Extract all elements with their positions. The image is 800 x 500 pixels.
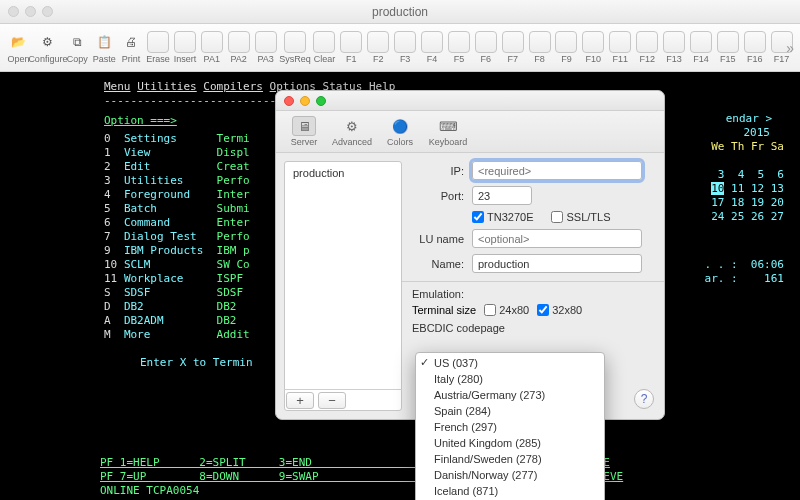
remove-session-button[interactable]: − bbox=[318, 392, 346, 409]
toolbar-pa2-button[interactable]: PA2 bbox=[226, 31, 251, 64]
paste-icon: 📋 bbox=[93, 31, 115, 53]
toolbar-f4-button[interactable]: F4 bbox=[420, 31, 445, 64]
toolbar-label: F1 bbox=[346, 54, 357, 64]
port-input[interactable] bbox=[472, 186, 532, 205]
dialog-minimize-icon[interactable] bbox=[300, 96, 310, 106]
toolbar-label: F16 bbox=[747, 54, 763, 64]
dialog-close-icon[interactable] bbox=[284, 96, 294, 106]
toolbar-f2-button[interactable]: F2 bbox=[366, 31, 391, 64]
toolbar-open-button[interactable]: 📂Open bbox=[6, 31, 31, 64]
toolbar-label: F9 bbox=[561, 54, 572, 64]
add-session-button[interactable]: + bbox=[286, 392, 314, 409]
calendar-fragment: endar > bbox=[726, 112, 772, 126]
toolbar-label: Clear bbox=[314, 54, 336, 64]
dialog-titlebar[interactable] bbox=[276, 91, 664, 111]
toolbar-overflow-icon[interactable]: » bbox=[786, 40, 794, 56]
toolbar-label: PA1 bbox=[204, 54, 220, 64]
option-prompt-label: Option ===> bbox=[104, 114, 177, 127]
toolbar-pa3-button[interactable]: PA3 bbox=[253, 31, 278, 64]
toolbar-label: PA2 bbox=[231, 54, 247, 64]
f6-icon bbox=[475, 31, 497, 53]
session-list[interactable]: production + − bbox=[284, 161, 402, 411]
help-button[interactable]: ? bbox=[634, 389, 654, 409]
codepage-option[interactable]: US (037) bbox=[416, 355, 604, 371]
toolbar-f12-button[interactable]: F12 bbox=[635, 31, 660, 64]
ip-input[interactable] bbox=[472, 161, 642, 180]
menu-utilities[interactable]: Utilities bbox=[137, 80, 197, 93]
toolbar-f11-button[interactable]: F11 bbox=[608, 31, 633, 64]
toolbar-f6-button[interactable]: F6 bbox=[473, 31, 498, 64]
main-toolbar: 📂Open⚙Configure⧉Copy📋Paste🖨PrintEraseIns… bbox=[0, 24, 800, 72]
advanced-tab-icon: ⚙ bbox=[340, 116, 364, 136]
session-list-item[interactable]: production bbox=[285, 162, 401, 184]
menu-compilers[interactable]: Compilers bbox=[203, 80, 263, 93]
codepage-dropdown[interactable]: US (037)Italy (280)Austria/Germany (273)… bbox=[415, 352, 605, 500]
toolbar-f5-button[interactable]: F5 bbox=[446, 31, 471, 64]
f11-icon bbox=[609, 31, 631, 53]
toolbar-f15-button[interactable]: F15 bbox=[715, 31, 740, 64]
window-titlebar: production bbox=[0, 0, 800, 24]
tab-server[interactable]: 🖥Server bbox=[282, 116, 326, 147]
lu-input[interactable] bbox=[472, 229, 642, 248]
window-controls[interactable] bbox=[8, 6, 53, 17]
toolbar-insert-button[interactable]: Insert bbox=[172, 31, 197, 64]
toolbar-f9-button[interactable]: F9 bbox=[554, 31, 579, 64]
toolbar-sysreq-button[interactable]: SysReq bbox=[280, 31, 310, 64]
toolbar-f7-button[interactable]: F7 bbox=[500, 31, 525, 64]
toolbar-label: F12 bbox=[639, 54, 655, 64]
toolbar-copy-button[interactable]: ⧉Copy bbox=[65, 31, 90, 64]
toolbar-clear-button[interactable]: Clear bbox=[312, 31, 337, 64]
size-32x80-checkbox[interactable]: 32x80 bbox=[537, 304, 582, 316]
codepage-option[interactable]: Finland/Sweden (278) bbox=[416, 451, 604, 467]
close-window-icon[interactable] bbox=[8, 6, 19, 17]
tab-colors[interactable]: 🔵Colors bbox=[378, 116, 422, 147]
codepage-option[interactable]: French (297) bbox=[416, 419, 604, 435]
toolbar-f1-button[interactable]: F1 bbox=[339, 31, 364, 64]
codepage-option[interactable]: Danish/Norway (277) bbox=[416, 467, 604, 483]
status-ar: ar. : 161 bbox=[678, 258, 784, 300]
name-label: Name: bbox=[412, 258, 464, 270]
server-tab-icon: 🖥 bbox=[292, 116, 316, 136]
codepage-option[interactable]: Italy (280) bbox=[416, 371, 604, 387]
toolbar-print-button[interactable]: 🖨Print bbox=[119, 31, 144, 64]
toolbar-f16-button[interactable]: F16 bbox=[742, 31, 767, 64]
tab-advanced[interactable]: ⚙Advanced bbox=[330, 116, 374, 147]
toolbar-f3-button[interactable]: F3 bbox=[393, 31, 418, 64]
f14-icon bbox=[690, 31, 712, 53]
open-icon: 📂 bbox=[7, 31, 29, 53]
toolbar-erase-button[interactable]: Erase bbox=[146, 31, 171, 64]
codepage-option[interactable]: Iceland (871) bbox=[416, 483, 604, 499]
keyboard-tab-icon: ⌨ bbox=[436, 116, 460, 136]
dialog-zoom-icon[interactable] bbox=[316, 96, 326, 106]
tab-keyboard[interactable]: ⌨Keyboard bbox=[426, 116, 470, 147]
codepage-option[interactable]: Austria/Germany (273) bbox=[416, 387, 604, 403]
form-divider bbox=[402, 281, 664, 282]
f16-icon bbox=[744, 31, 766, 53]
toolbar-f14-button[interactable]: F14 bbox=[688, 31, 713, 64]
toolbar-f10-button[interactable]: F10 bbox=[581, 31, 606, 64]
toolbar-f13-button[interactable]: F13 bbox=[662, 31, 687, 64]
toolbar-label: F11 bbox=[613, 54, 629, 64]
port-label: Port: bbox=[412, 190, 464, 202]
toolbar-pa1-button[interactable]: PA1 bbox=[199, 31, 224, 64]
toolbar-label: F3 bbox=[400, 54, 411, 64]
toolbar-f8-button[interactable]: F8 bbox=[527, 31, 552, 64]
calendar-year: 2015 bbox=[744, 126, 771, 140]
toolbar-label: F2 bbox=[373, 54, 384, 64]
zoom-window-icon[interactable] bbox=[42, 6, 53, 17]
toolbar-label: PA3 bbox=[257, 54, 273, 64]
toolbar-label: Insert bbox=[174, 54, 197, 64]
codepage-option[interactable]: Spain (284) bbox=[416, 403, 604, 419]
toolbar-configure-button[interactable]: ⚙Configure bbox=[33, 31, 63, 64]
tn3270e-checkbox[interactable]: TN3270E bbox=[472, 211, 533, 223]
size-24x80-checkbox[interactable]: 24x80 bbox=[484, 304, 529, 316]
codepage-label: EBCDIC codepage bbox=[412, 322, 654, 334]
insert-icon bbox=[174, 31, 196, 53]
menu-menu[interactable]: Menu bbox=[104, 80, 131, 93]
minimize-window-icon[interactable] bbox=[25, 6, 36, 17]
codepage-option[interactable]: United Kingdom (285) bbox=[416, 435, 604, 451]
toolbar-paste-button[interactable]: 📋Paste bbox=[92, 31, 117, 64]
name-input[interactable] bbox=[472, 254, 642, 273]
ssl-checkbox[interactable]: SSL/TLS bbox=[551, 211, 610, 223]
f12-icon bbox=[636, 31, 658, 53]
